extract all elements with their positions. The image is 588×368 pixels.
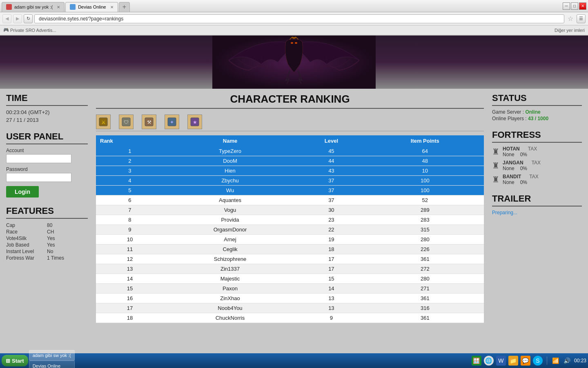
bookmark-star-icon[interactable]: ☆ [568, 15, 573, 22]
taskbar-app-windows[interactable]: 🪟 [472, 356, 481, 366]
tab-2-close[interactable]: ✕ [110, 5, 114, 9]
cell-level: 22 [296, 225, 366, 235]
feature-value: No [47, 249, 53, 254]
menu-button[interactable]: ☰ [577, 14, 586, 23]
time-value: 00:23:04 (GMT+2) [6, 109, 88, 115]
forward-button[interactable]: ▶ [13, 14, 22, 23]
cell-rank: 18 [96, 313, 164, 323]
fortress-val: None [503, 166, 514, 171]
cell-level: 13 [296, 294, 366, 303]
filter-icon-1[interactable]: ⚔ [96, 114, 111, 129]
taskbar-app-word[interactable]: W [496, 356, 506, 366]
cell-points: 272 [366, 264, 484, 274]
cell-level: 37 [296, 176, 366, 186]
features-table: Cap80RaceCHVote4SilkYesJob BasedYesInsta… [6, 222, 88, 261]
start-button[interactable]: ⊞ Start [2, 355, 28, 366]
tab-2[interactable]: Devias Online ✕ [65, 2, 118, 12]
game-server-row: Game Server : Online [492, 109, 582, 115]
back-button[interactable]: ◀ [2, 14, 11, 23]
maximize-button[interactable]: □ [571, 2, 578, 10]
tab-1-close[interactable]: ✕ [57, 5, 60, 9]
cell-rank: 9 [96, 225, 164, 235]
cell-points: 315 [366, 225, 484, 235]
tab-1[interactable]: adam gibi sw yok :( ✕ [2, 2, 65, 12]
ranking-table: Rank Name Level Item Points 1 TypeZero 4… [96, 135, 484, 323]
feature-value: Yes [47, 236, 55, 241]
table-row: 11 Ceglik 18 226 [96, 245, 484, 254]
cell-points: 271 [366, 284, 484, 294]
cell-rank: 7 [96, 205, 164, 215]
close-button[interactable]: ✕ [579, 2, 586, 10]
cell-points: 361 [366, 313, 484, 323]
table-row: 17 Noob4You 13 316 [96, 303, 484, 313]
taskbar: ⊞ Start adam gibi sw yok :(Devias Online… [0, 353, 588, 368]
taskbar-item[interactable]: Devias Online [29, 361, 75, 368]
feature-key: Fortress War [6, 255, 43, 261]
window-controls: ─ □ ✕ [563, 2, 586, 10]
date-value: 27 / 11 / 2013 [6, 117, 88, 123]
feature-key: Vote4Silk [6, 236, 43, 241]
fortress-tax: 0% [520, 166, 527, 171]
start-windows-icon: ⊞ [6, 358, 10, 364]
taskbar-item[interactable]: adam gibi sw yok :( [29, 350, 75, 361]
header-banner [0, 36, 588, 89]
cell-name: Ceglik [164, 245, 296, 254]
cell-rank: 8 [96, 215, 164, 225]
bookmark-1[interactable]: 🎮 Private SRO Advertis... [3, 27, 56, 33]
filter-icon-4[interactable]: ✦ [165, 114, 179, 129]
taskbar-app-chrome[interactable]: 🌐 [484, 356, 494, 366]
minimize-button[interactable]: ─ [563, 2, 570, 10]
bookmark-2[interactable]: Diğer yer imleri [555, 28, 585, 33]
filter-icon-2[interactable]: 🛡 [119, 114, 134, 129]
fortress-row: ♜ JANGAN TAX None 0% [492, 160, 582, 171]
table-row: 2 DooM 44 48 [96, 156, 484, 166]
cell-points: 361 [366, 254, 484, 264]
cell-points: 52 [366, 195, 484, 205]
cell-name: Paxon [164, 284, 296, 294]
account-label: Account [6, 148, 88, 153]
cell-level: 43 [296, 166, 366, 176]
svg-point-2 [295, 42, 297, 44]
taskbar-app-skype[interactable]: S [533, 356, 543, 366]
volume-icon[interactable]: 🔊 [563, 356, 572, 365]
cell-points: 226 [366, 245, 484, 254]
table-row: 3 Hien 43 10 [96, 166, 484, 176]
cell-level: 15 [296, 274, 366, 284]
refresh-button[interactable]: ↻ [24, 14, 33, 23]
cell-rank: 12 [96, 254, 164, 264]
fortress-tax: 0% [520, 180, 527, 185]
table-row: 8 Provida 23 283 [96, 215, 484, 225]
password-input[interactable] [6, 173, 71, 182]
user-panel-title: USER PANEL [6, 131, 88, 144]
network-icon[interactable]: 📶 [551, 356, 560, 365]
filter-icon-5[interactable]: ★ [187, 114, 202, 129]
cell-rank: 5 [96, 186, 164, 195]
tab-2-favicon [70, 4, 76, 10]
cell-name: Aquantes [164, 195, 296, 205]
user-panel-section: USER PANEL Account Password Login [6, 131, 88, 197]
cell-name: ChuckNorris [164, 313, 296, 323]
cell-rank: 1 [96, 146, 164, 156]
features-section: FEATURES Cap80RaceCHVote4SilkYesJob Base… [6, 206, 88, 261]
address-bar[interactable]: deviasonline.sytes.net/?page=rankings [34, 14, 564, 23]
trailer-title: TRAILER [492, 193, 582, 206]
filter-icon-3[interactable]: ⚒ [142, 114, 156, 129]
login-button[interactable]: Login [6, 186, 39, 197]
right-column: STATUS Game Server : Online Online Playe… [492, 93, 582, 323]
cell-name: Arnej [164, 235, 296, 245]
online-players-label: Online Players : [492, 116, 527, 121]
start-label: Start [12, 358, 24, 364]
cell-name: Zbychu [164, 176, 296, 186]
feature-value: CH [47, 229, 54, 235]
cell-level: 37 [296, 186, 366, 195]
new-tab-btn[interactable]: + [119, 2, 130, 12]
account-input[interactable] [6, 154, 71, 163]
taskbar-clock: 00:23 [574, 358, 586, 364]
cell-name: Zin1337 [164, 264, 296, 274]
bookmark-1-icon: 🎮 [3, 27, 9, 33]
trailer-value[interactable]: Preparing... [492, 210, 582, 215]
taskbar-app-folder[interactable]: 📁 [508, 356, 518, 366]
taskbar-app-msg[interactable]: 💬 [521, 356, 530, 366]
cell-points: 283 [366, 215, 484, 225]
cell-name: Schizophrene [164, 254, 296, 264]
